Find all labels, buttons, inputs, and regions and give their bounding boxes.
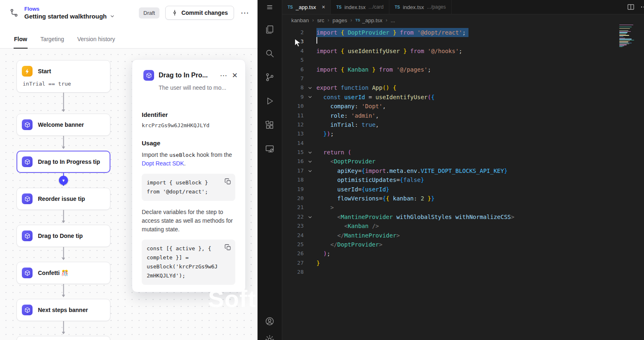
code-line-4[interactable]: 4import { useIdentifyUser } from '@/hook… xyxy=(282,47,644,56)
code-line-28[interactable]: 28 xyxy=(282,268,644,277)
fold-chevron-icon[interactable] xyxy=(304,166,316,175)
insert-step-badge[interactable]: ▾ xyxy=(59,176,68,185)
close-tab-icon[interactable]: × xyxy=(322,4,325,10)
code-line-27[interactable]: 27} xyxy=(282,258,644,268)
remote-icon[interactable] xyxy=(261,140,279,158)
panel-more-button[interactable]: ⋯ xyxy=(220,72,227,79)
copy-icon[interactable] xyxy=(224,178,232,185)
fold-gutter xyxy=(304,231,316,240)
text-cursor xyxy=(316,37,317,44)
flow-node-reorder-issue-tip[interactable]: Reorder issue tip xyxy=(16,188,110,210)
flow-more-button[interactable]: ⋯ xyxy=(241,8,249,18)
code-line-19[interactable]: 19 userId={userId} xyxy=(282,185,644,194)
code-line-14[interactable]: 14 xyxy=(282,139,644,148)
code-line-12[interactable]: 12 inTrial: true, xyxy=(282,120,644,129)
fold-chevron-icon[interactable] xyxy=(304,212,316,221)
line-number: 27 xyxy=(282,258,304,268)
line-number: 11 xyxy=(282,111,304,120)
code-line-5[interactable]: 5 xyxy=(282,56,644,65)
flow-node-welcome-banner[interactable]: Welcome banner xyxy=(16,114,110,136)
split-editor-icon[interactable] xyxy=(627,3,635,11)
chevron-down-icon[interactable] xyxy=(110,14,115,19)
commit-changes-button[interactable]: Commit changes xyxy=(165,6,234,20)
code-line-7[interactable]: 7 xyxy=(282,74,644,83)
line-content: import { Kanban } from '@/pages'; xyxy=(316,65,431,74)
connector xyxy=(16,321,110,336)
account-icon[interactable] xyxy=(261,312,279,330)
line-number: 13 xyxy=(282,129,304,138)
explorer-icon[interactable] xyxy=(261,20,279,38)
fold-chevron-icon[interactable] xyxy=(304,157,316,166)
editor-tab-index.tsx----card[interactable]: TSindex.tsx.../card xyxy=(331,0,389,14)
settings-icon[interactable] xyxy=(261,330,279,340)
source-control-icon[interactable] xyxy=(261,68,279,86)
line-content: userId={userId} xyxy=(316,185,389,194)
code-line-6[interactable]: 6import { Kanban } from '@/pages'; xyxy=(282,65,644,74)
line-content: flowVersions={{ kanban: 2 }} xyxy=(316,194,435,203)
status-badge: Draft xyxy=(139,7,159,19)
line-content: const userId = useIdentifyUser({ xyxy=(316,93,435,102)
breadcrumb-flows[interactable]: Flows xyxy=(24,6,115,12)
line-number: 12 xyxy=(282,120,304,129)
tab-flow[interactable]: Flow xyxy=(14,36,28,49)
minimap[interactable] xyxy=(619,25,639,47)
code-line-2[interactable]: 2import { DoptProvider } from '@dopt/rea… xyxy=(282,28,644,37)
breadcrumb-item-...[interactable]: ... xyxy=(391,17,395,23)
code-line-23[interactable]: 23 <Kanban /> xyxy=(282,221,644,231)
line-number: 3 xyxy=(282,37,304,46)
breadcrumb-item-src[interactable]: src xyxy=(317,17,324,23)
code-line-26[interactable]: 26 ); xyxy=(282,249,644,258)
code-line-10[interactable]: 10 company: 'Dopt', xyxy=(282,102,644,111)
code-line-17[interactable]: 17 apiKey={import.meta.env.VITE_DOPT_BLO… xyxy=(282,166,644,175)
code-line-13[interactable]: 13 }); xyxy=(282,129,644,138)
tab-targeting[interactable]: Targeting xyxy=(40,36,65,49)
code-line-22[interactable]: 22 <MantineProvider withGlobalStyles wit… xyxy=(282,212,644,221)
editor-tab-_app.tsx[interactable]: TS_app.tsx× xyxy=(282,0,331,14)
line-content: } xyxy=(316,258,320,268)
close-icon[interactable]: ✕ xyxy=(232,72,238,79)
commit-icon xyxy=(171,9,178,16)
menu-icon[interactable] xyxy=(258,0,282,14)
extensions-icon[interactable] xyxy=(261,116,279,134)
fold-chevron-icon[interactable] xyxy=(304,83,316,92)
breadcrumb-separator: › xyxy=(328,17,329,23)
flow-node-drag-to-done-tip[interactable]: Drag to Done tip xyxy=(16,225,110,247)
fold-gutter xyxy=(304,240,316,249)
code-line-18[interactable]: 18 optimisticUpdates={false} xyxy=(282,175,644,184)
breadcrumb-item-kanban[interactable]: kanban xyxy=(291,17,309,23)
code-surface[interactable]: 2import { DoptProvider } from '@dopt/rea… xyxy=(282,26,644,340)
dopt-react-sdk-link[interactable]: Dopt React SDK xyxy=(142,160,184,167)
flow-node-next-steps-banner[interactable]: Next steps banner xyxy=(16,299,110,321)
fold-chevron-icon[interactable] xyxy=(304,93,316,102)
connector xyxy=(16,93,110,114)
tab-version-history[interactable]: Version history xyxy=(77,36,115,49)
code-line-8[interactable]: 8export function App() { xyxy=(282,83,644,92)
code-line-11[interactable]: 11 role: 'admin', xyxy=(282,111,644,120)
more-actions-icon[interactable] xyxy=(640,3,644,11)
breadcrumb-item-pages[interactable]: pages xyxy=(333,17,347,23)
run-debug-icon[interactable] xyxy=(261,92,279,110)
search-icon[interactable] xyxy=(261,44,279,62)
code-line-15[interactable]: 15 return ( xyxy=(282,148,644,157)
flow-node-start[interactable]: StartinTrial == true xyxy=(16,60,110,93)
flow-node-drag-to-in-progress-tip[interactable]: Drag to In Progress tip xyxy=(16,151,110,173)
flow-node-finish[interactable]: Finish xyxy=(16,336,110,340)
line-number: 21 xyxy=(282,203,304,212)
line-number: 5 xyxy=(282,56,304,65)
code-line-3[interactable]: 3 xyxy=(282,37,644,46)
code-line-25[interactable]: 25 </DoptProvider> xyxy=(282,240,644,249)
code-line-21[interactable]: 21 > xyxy=(282,203,644,212)
code-line-9[interactable]: 9 const userId = useIdentifyUser({ xyxy=(282,93,644,102)
node-label: Drag to In Progress tip xyxy=(38,158,100,165)
flow-node-confetti[interactable]: Confetti 🎊 xyxy=(16,262,110,284)
editor-tab-index.tsx----pages[interactable]: TSindex.tsx.../pages xyxy=(389,0,452,14)
code-line-16[interactable]: 16 <DoptProvider xyxy=(282,157,644,166)
code-line-20[interactable]: 20 flowVersions={{ kanban: 2 }} xyxy=(282,194,644,203)
tab-filename: index.tsx xyxy=(344,4,365,10)
fold-chevron-icon[interactable] xyxy=(304,148,316,157)
start-icon xyxy=(22,66,33,77)
copy-icon[interactable] xyxy=(224,244,232,251)
breadcrumb-item-_app.tsx[interactable]: TS_app.tsx xyxy=(355,17,382,23)
line-content: import { useIdentifyUser } from '@/hooks… xyxy=(316,47,462,56)
code-line-24[interactable]: 24 </MantineProvider> xyxy=(282,231,644,240)
